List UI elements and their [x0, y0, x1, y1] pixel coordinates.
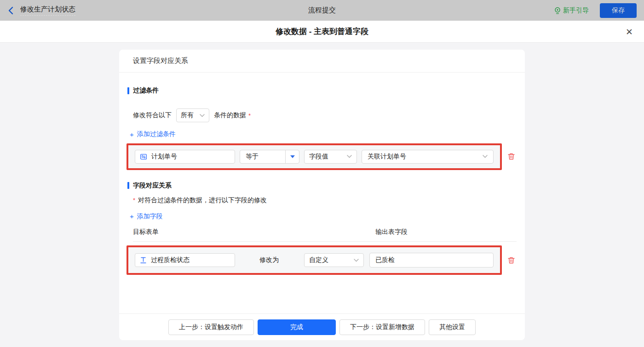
topbar: 修改生产计划状态 流程提交 新手引导 保存: [0, 0, 644, 21]
modify-type-value: 自定义: [309, 256, 354, 264]
chevron-down-icon: [347, 155, 352, 158]
prev-step-button[interactable]: 上一步：设置触发动作: [168, 319, 254, 335]
add-field-link[interactable]: + 添加字段: [130, 212, 163, 221]
trash-icon: [507, 256, 515, 264]
serial-number-field-icon: [140, 153, 147, 160]
panel-footer: 上一步：设置触发动作 完成 下一步：设置新增数据 其他设置: [119, 313, 525, 340]
mapping-section-label: 字段对应关系: [133, 182, 172, 190]
match-mode-select[interactable]: 所有: [176, 108, 209, 122]
add-field-label: 添加字段: [137, 212, 163, 221]
filter-section-title: 过滤条件: [127, 86, 517, 95]
done-button[interactable]: 完成: [258, 319, 336, 335]
beginner-guide-label: 新手引导: [563, 6, 589, 15]
annotation-highlight-mapping: 过程质检状态 修改为 自定义: [127, 246, 501, 274]
modal-body: 设置字段对应关系 过滤条件 修改符合以下 所有 条件的数据 *: [0, 50, 644, 347]
text-field-icon: [140, 256, 147, 264]
modal-header: 修改数据 - 主表到普通字段 ✕: [0, 21, 644, 43]
guide-bulb-icon: [554, 7, 561, 14]
section-accent-bar: [127, 87, 129, 94]
add-filter-condition-link[interactable]: + 添加过滤条件: [130, 130, 176, 138]
annotation-highlight-filter: 计划单号 等于 字段值 关联计划: [127, 144, 501, 169]
required-asterisk: *: [133, 197, 135, 204]
modal-title: 修改数据 - 主表到普通字段: [276, 26, 368, 37]
match-prefix-text: 修改符合以下: [133, 111, 172, 119]
settings-panel: 设置字段对应关系 过滤条件 修改符合以下 所有 条件的数据 *: [119, 50, 525, 340]
chevron-down-icon: [200, 114, 205, 117]
column-header-target-form: 目标表单: [133, 228, 375, 236]
value-type-value: 字段值: [309, 153, 347, 161]
field-mapping-row: 过程质检状态 修改为 自定义: [127, 246, 517, 274]
modify-type-select[interactable]: 自定义: [304, 253, 364, 267]
compare-value: 关联计划单号: [368, 153, 483, 161]
delete-filter-row-button[interactable]: [507, 153, 515, 160]
page-title: 流程提交: [0, 6, 644, 15]
compare-value-select[interactable]: 关联计划单号: [362, 150, 494, 164]
section-accent-bar: [127, 182, 129, 189]
target-field-selector[interactable]: 过程质检状态: [135, 253, 235, 267]
save-button[interactable]: 保存: [600, 3, 637, 18]
filter-condition-row: 计划单号 等于 字段值 关联计划: [127, 144, 517, 169]
other-settings-button[interactable]: 其他设置: [429, 319, 476, 335]
operator-value: 等于: [240, 153, 285, 161]
column-header-output-field: 输出表字段: [375, 228, 408, 236]
target-field-value: 过程质检状态: [151, 256, 190, 264]
operator-select[interactable]: 等于: [240, 150, 299, 164]
add-filter-condition-label: 添加过滤条件: [137, 130, 176, 138]
panel-header: 设置字段对应关系: [119, 50, 525, 73]
delete-mapping-row-button[interactable]: [507, 256, 515, 264]
filter-field-value: 计划单号: [151, 153, 177, 161]
required-asterisk: *: [248, 112, 251, 119]
value-type-select[interactable]: 字段值: [304, 150, 357, 164]
custom-value-input[interactable]: [369, 253, 494, 267]
back-button[interactable]: [7, 6, 14, 15]
chevron-left-icon: [7, 6, 14, 15]
trash-icon: [507, 153, 515, 160]
match-mode-value: 所有: [181, 111, 200, 119]
mapping-description: 对符合过滤条件的数据，进行以下字段的修改: [138, 196, 267, 205]
workflow-title[interactable]: 修改生产计划状态: [20, 5, 75, 16]
caret-down-icon: [290, 155, 295, 158]
match-suffix-text: 条件的数据: [214, 111, 246, 119]
mapping-section-title: 字段对应关系: [127, 182, 517, 190]
modify-to-label: 修改为: [259, 256, 279, 264]
operator-caret-button[interactable]: [285, 150, 299, 163]
chevron-down-icon: [354, 259, 359, 262]
plus-icon: +: [130, 213, 134, 220]
next-step-button[interactable]: 下一步：设置新增数据: [339, 319, 425, 335]
filter-field-selector[interactable]: 计划单号: [135, 150, 235, 164]
beginner-guide-link[interactable]: 新手引导: [554, 6, 589, 15]
filter-section-label: 过滤条件: [133, 86, 159, 95]
chevron-down-icon: [483, 155, 488, 158]
mapping-column-headers: 目标表单 输出表字段: [133, 228, 517, 242]
plus-icon: +: [130, 131, 134, 138]
close-icon[interactable]: ✕: [626, 27, 633, 36]
